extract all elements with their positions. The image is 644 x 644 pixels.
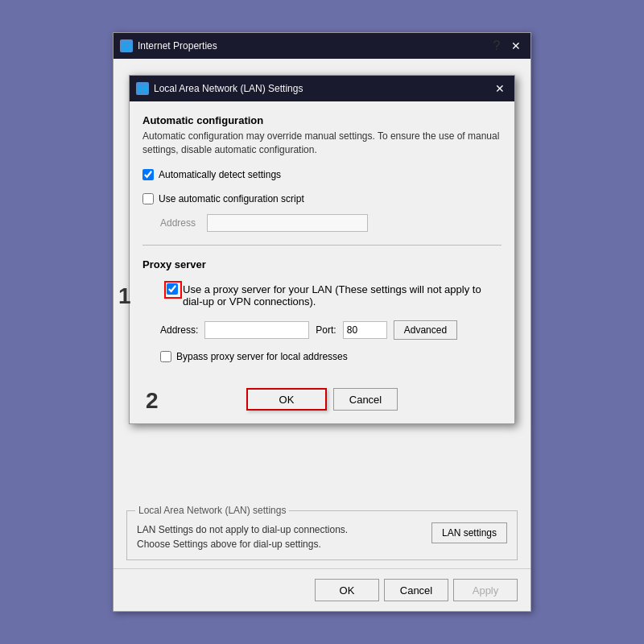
close-button[interactable]: ✕ — [508, 38, 524, 54]
help-button[interactable]: ? — [489, 38, 505, 54]
lan-close-button[interactable]: ✕ — [492, 80, 508, 97]
lan-dialog-buttons: 2 OK Cancel — [130, 388, 514, 423]
proxy-port-input[interactable] — [343, 321, 387, 339]
auto-script-checkbox[interactable] — [142, 193, 154, 204]
proxy-checkbox-row: Use a proxy server for your LAN (These s… — [167, 283, 502, 308]
script-address-row: Address — [160, 214, 502, 232]
auto-script-label[interactable]: Use automatic configuration script — [159, 192, 304, 206]
internet-properties-dialog: 🌐 Internet Properties ? ✕ 🌐 Local Area N… — [113, 32, 531, 612]
outer-dialog-title: Internet Properties — [138, 40, 217, 52]
lan-body: Automatic configuration Automatic config… — [130, 101, 514, 375]
step1-number: 1 — [118, 285, 131, 308]
use-proxy-label[interactable]: Use a proxy server for your LAN (These s… — [183, 283, 502, 308]
script-address-input[interactable] — [207, 214, 368, 232]
bypass-label[interactable]: Bypass proxy server for local addresses — [176, 351, 348, 362]
lan-ok-button[interactable]: OK — [246, 388, 327, 411]
advanced-button[interactable]: Advanced — [394, 320, 457, 340]
outer-titlebar: 🌐 Internet Properties ? ✕ — [114, 33, 530, 59]
auto-detect-label[interactable]: Automatically detect settings — [159, 168, 281, 182]
outer-content: 🌐 Local Area Network (LAN) Settings ✕ Au… — [114, 59, 530, 568]
auto-script-row: Use automatic configuration script — [142, 192, 502, 206]
outer-apply-button[interactable]: Apply — [453, 579, 518, 601]
proxy-address-input[interactable] — [204, 321, 309, 339]
proxy-checkbox-wrapper — [167, 283, 178, 297]
bypass-row: Bypass proxy server for local addresses — [160, 351, 502, 362]
auto-detect-row: Automatically detect settings — [142, 168, 502, 182]
proxy-address-label: Address: — [160, 324, 198, 336]
proxy-section: Proxy server — [142, 258, 502, 270]
auto-config-title: Automatic configuration — [142, 114, 502, 126]
lan-cancel-button[interactable]: Cancel — [333, 388, 398, 411]
script-address-label: Address — [160, 217, 200, 229]
auto-config-desc: Automatic configuration may override man… — [142, 130, 502, 157]
outer-cancel-button[interactable]: Cancel — [384, 579, 448, 601]
section-divider — [142, 245, 502, 246]
auto-detect-checkbox[interactable] — [142, 169, 154, 180]
lan-dialog-icon: 🌐 — [136, 82, 149, 95]
proxy-checkbox-container: 1 Use a proxy server for your LAN (These… — [142, 279, 502, 308]
auto-config-section: Automatic configuration Automatic config… — [142, 114, 502, 157]
modal-overlay: 🌐 Local Area Network (LAN) Settings ✕ Au… — [114, 59, 530, 568]
outer-footer: OK Cancel Apply — [114, 568, 530, 611]
outer-titlebar-controls: ? ✕ — [489, 38, 524, 54]
outer-dialog-icon: 🌐 — [120, 39, 133, 52]
outer-ok-button[interactable]: OK — [315, 579, 379, 601]
outer-titlebar-left: 🌐 Internet Properties — [120, 39, 217, 52]
use-proxy-checkbox[interactable] — [167, 283, 178, 295]
proxy-port-label: Port: — [316, 324, 336, 336]
lan-titlebar: 🌐 Local Area Network (LAN) Settings ✕ — [130, 76, 514, 101]
lan-dialog-title: Local Area Network (LAN) Settings — [154, 83, 303, 94]
proxy-title: Proxy server — [142, 258, 502, 270]
lan-settings-dialog: 🌐 Local Area Network (LAN) Settings ✕ Au… — [129, 75, 515, 424]
proxy-fields-row: Address: Port: Advanced — [160, 320, 502, 340]
bypass-checkbox[interactable] — [160, 351, 171, 362]
lan-titlebar-left: 🌐 Local Area Network (LAN) Settings — [136, 82, 303, 95]
step2-number: 2 — [146, 388, 159, 414]
